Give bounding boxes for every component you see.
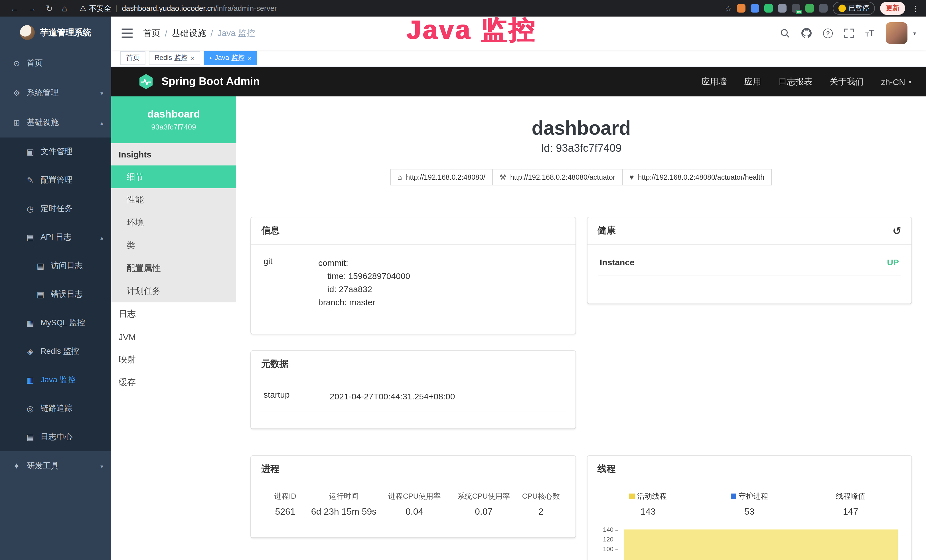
help-icon[interactable]: ?: [823, 28, 833, 38]
hamburger-icon[interactable]: [121, 29, 133, 38]
breadcrumb-current: Java 监控: [218, 28, 255, 38]
service-url-link[interactable]: ⌂ http://192.168.0.2:48080/: [390, 169, 493, 185]
health-url-link[interactable]: ♥ http://192.168.0.2:48080/actuator/heal…: [622, 169, 772, 185]
sidebar-item-access-logs[interactable]: ▤ 访问日志: [0, 251, 111, 280]
ytick-140: 140: [598, 526, 618, 533]
extension-icon-vue-devtools[interactable]: [764, 4, 773, 12]
sba-item-config-props[interactable]: 配置属性: [111, 257, 236, 280]
actuator-url-link[interactable]: ⚒ http://192.168.0.2:48080/actuator: [492, 169, 623, 185]
sba-nav-journal[interactable]: 日志报表: [778, 76, 813, 87]
startup-value: 2021-04-27T00:44:31.254+08:00: [330, 390, 563, 403]
col-cpus: CPU核心数: [517, 491, 565, 501]
close-icon[interactable]: ×: [248, 54, 251, 61]
close-icon[interactable]: ×: [191, 54, 195, 61]
sidebar-item-dev-tools[interactable]: ✦ 研发工具 ▾: [0, 451, 111, 481]
update-button[interactable]: 更新: [880, 2, 905, 15]
sidebar-item-home[interactable]: ⊙ 首页: [0, 48, 111, 78]
sba-item-scheduled-tasks[interactable]: 计划任务: [111, 280, 236, 303]
sba-item-logs[interactable]: 日志: [111, 303, 236, 325]
sidebar-item-java-monitor[interactable]: ▥ Java 监控: [0, 366, 111, 394]
trace-icon: ◎: [25, 404, 35, 413]
sba-item-classes[interactable]: 类: [111, 234, 236, 257]
address-bar[interactable]: ⚠ 不安全 | dashboard.yudao.iocoder.cn/infra…: [80, 3, 277, 14]
sidebar-item-file-management[interactable]: ▣ 文件管理: [0, 138, 111, 166]
sidebar-item-log-center[interactable]: ▤ 日志中心: [0, 423, 111, 451]
instance-links: ⌂ http://192.168.0.2:48080/ ⚒ http://192…: [236, 169, 926, 185]
legend-value: 143: [598, 507, 699, 517]
url-domain: dashboard.yudao.iocoder.cn: [122, 4, 215, 12]
bookmark-star-icon[interactable]: ☆: [725, 4, 732, 13]
sba-nav-about[interactable]: 关于我们: [830, 76, 864, 87]
app-logo[interactable]: 芋道管理系统: [0, 17, 111, 48]
sba-app-id: 93a3fc7f7409: [151, 123, 196, 131]
sba-group-insights: Insights: [111, 143, 236, 165]
sidebar-item-config-management[interactable]: ✎ 配置管理: [0, 166, 111, 195]
reload-icon[interactable]: ↻: [45, 4, 53, 12]
sidebar-item-infrastructure[interactable]: ⊞ 基础设施 ▴: [0, 108, 111, 138]
breadcrumb: 首页 / 基础设施 / Java 监控: [143, 28, 255, 38]
doc-icon: ▤: [35, 261, 45, 271]
sidebar-item-scheduled-jobs[interactable]: ◷ 定时任务: [0, 195, 111, 223]
breadcrumb-infrastructure[interactable]: 基础设施: [172, 28, 206, 38]
extension-icon-fox[interactable]: [737, 4, 746, 12]
sba-item-performance[interactable]: 性能: [111, 188, 236, 211]
tags-bar: 首页 Redis 监控 × ● Java 监控 ×: [111, 50, 926, 67]
extension-icon-proxy[interactable]: on: [792, 4, 800, 12]
tag-redis-monitor[interactable]: Redis 监控 ×: [149, 51, 200, 65]
threads-chart: 140 120 100: [598, 526, 901, 560]
extension-icon-drop[interactable]: [750, 4, 759, 12]
browser-menu-kebab-icon[interactable]: ⋮: [911, 4, 920, 13]
sba-locale-select[interactable]: zh-CN ▾: [881, 77, 911, 86]
spring-boot-admin-logo: [138, 73, 154, 90]
avatar-caret-icon[interactable]: ▾: [913, 30, 916, 36]
legend-value: 53: [699, 507, 800, 517]
font-size-icon[interactable]: TT: [865, 29, 875, 38]
sidebar-item-label: 基础设施: [27, 118, 59, 128]
chevron-down-icon: ▾: [100, 463, 103, 469]
sidebar-item-redis-monitor[interactable]: ◈ Redis 监控: [0, 337, 111, 366]
tag-java-monitor[interactable]: ● Java 监控 ×: [204, 51, 257, 65]
sidebar-item-error-logs[interactable]: ▤ 错误日志: [0, 280, 111, 309]
sba-item-mappings[interactable]: 映射: [111, 348, 236, 371]
git-id-line: id: 27aa832: [318, 282, 563, 295]
sidebar-item-mysql-monitor[interactable]: ▦ MySQL 监控: [0, 309, 111, 337]
security-label[interactable]: 不安全: [89, 3, 112, 14]
instance-id: Id: 93a3fc7f7409: [236, 142, 926, 154]
sba-nav-wallboard[interactable]: 应用墙: [701, 76, 727, 87]
user-avatar[interactable]: [886, 22, 908, 44]
app-title: 芋道管理系统: [40, 27, 91, 38]
forward-icon[interactable]: →: [28, 4, 36, 12]
search-icon[interactable]: [780, 28, 790, 38]
back-icon[interactable]: ←: [10, 4, 19, 12]
tools-icon: ✦: [11, 462, 22, 471]
sba-brand[interactable]: Spring Boot Admin: [138, 73, 260, 90]
git-label: git: [263, 256, 318, 309]
profile-paused-pill[interactable]: 已暂停: [833, 2, 875, 15]
breadcrumb-home[interactable]: 首页: [143, 28, 160, 38]
extension-icon-leaf[interactable]: [805, 4, 814, 12]
github-icon[interactable]: [801, 28, 812, 38]
extension-icon-grid[interactable]: [778, 4, 787, 12]
sidebar-item-api-logs[interactable]: ▤ API 日志 ▴: [0, 223, 111, 251]
actuator-url-label: http://192.168.0.2:48080/actuator: [510, 173, 615, 181]
tag-home[interactable]: 首页: [120, 51, 145, 65]
sidebar-item-label: 访问日志: [51, 261, 83, 271]
sba-item-jvm[interactable]: JVM: [111, 325, 236, 348]
breadcrumb-separator: /: [165, 28, 167, 38]
browser-home-icon[interactable]: ⌂: [62, 4, 67, 12]
sidebar-item-tracing[interactable]: ◎ 链路追踪: [0, 394, 111, 423]
warning-icon: ⚠: [80, 4, 86, 12]
sba-item-environment[interactable]: 环境: [111, 211, 236, 234]
info-card: 信息 git commit: time: 1596289704000 id: 2…: [251, 217, 575, 334]
sba-app-header[interactable]: dashboard 93a3fc7f7409: [111, 97, 236, 143]
sba-nav-applications[interactable]: 应用: [744, 76, 761, 87]
sba-item-details[interactable]: 细节: [111, 165, 236, 188]
startup-row: startup 2021-04-27T00:44:31.254+08:00: [261, 386, 565, 412]
tag-label: 首页: [126, 53, 140, 63]
sidebar-item-system[interactable]: ⚙ 系统管理 ▾: [0, 78, 111, 108]
fullscreen-icon[interactable]: [844, 28, 854, 38]
history-icon[interactable]: ↺: [893, 226, 901, 236]
sba-item-caches[interactable]: 缓存: [111, 371, 236, 394]
chevron-up-icon: ▴: [100, 234, 103, 241]
extension-icon-misc[interactable]: [819, 4, 828, 12]
